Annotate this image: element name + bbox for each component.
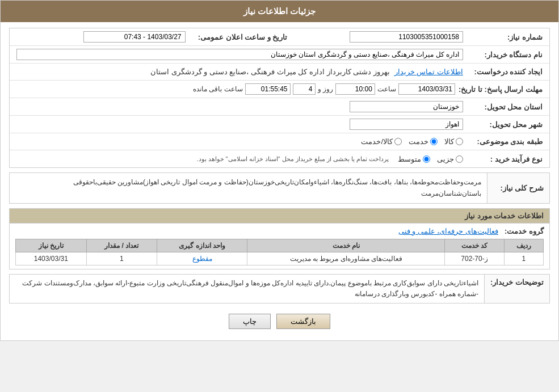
- need-description-section: شرح کلی نیاز: مرمت‌وحفاظت‌محوطه‌ها، بناه…: [9, 172, 550, 204]
- services-section: اطلاعات خدمات مورد نیاز گروه خدمت: فعالی…: [9, 208, 550, 269]
- announce-date-input[interactable]: [83, 31, 186, 43]
- cell-name: فعالیت‌های مشاوره‌ای مربوط به مدیریت: [247, 252, 445, 265]
- category-kala-khadamat: کالا/خدمت: [361, 137, 402, 146]
- need-number-label: شماره نیاز:: [466, 33, 546, 41]
- creator-label: ایجاد کننده درخواست:: [466, 68, 546, 76]
- category-kala-radio[interactable]: [456, 138, 463, 145]
- category-khadamat-label: خدمت: [409, 137, 428, 146]
- col-unit: واحد اندازه گیری: [157, 239, 247, 252]
- creator-value-cell: اطلاعات تماس خریدار بهروز دشتی کاربرداز …: [13, 66, 466, 77]
- response-date-input[interactable]: [398, 83, 455, 95]
- city-label: شهر محل تحویل:: [466, 120, 546, 129]
- category-kala-khadamat-label: کالا/خدمت: [361, 137, 393, 146]
- col-code: کد خدمت: [445, 239, 504, 252]
- process-options: جزیی متوسط پرداخت تمام یا بخشی از مبلغ خ…: [13, 154, 466, 165]
- process-jozyi: جزیی: [437, 155, 463, 163]
- city-row: شهر محل تحویل:: [10, 116, 549, 133]
- category-kala-label: کالا: [444, 137, 454, 146]
- buyer-desc-label: توضیحات خریدار:: [484, 275, 549, 303]
- table-row: 1 ز-70-702 فعالیت‌های مشاوره‌ای مربوط به…: [16, 252, 544, 265]
- process-note: پرداخت تمام یا بخشی از مبلغ خریداز محل "…: [196, 155, 389, 163]
- remaining-time-input[interactable]: [245, 83, 291, 95]
- process-jozyi-label: جزیی: [437, 155, 454, 163]
- response-deadline-row: مهلت ارسال پاسخ: تا تاریخ: ساعت روز و سا…: [10, 81, 549, 98]
- service-group-value[interactable]: فعالیت‌های حرفه‌ای، علمی و فنی: [398, 227, 498, 235]
- need-description-value: مرمت‌وحفاظت‌محوطه‌ها، بناها، بافت‌ها، سن…: [10, 173, 487, 203]
- deadline-datetime-group: ساعت روز و ساعت باقی مانده: [16, 83, 455, 95]
- buyer-org-label: نام دستگاه خریدار:: [466, 50, 546, 59]
- button-row: بازگشت چاپ: [9, 308, 550, 335]
- buyer-desc-section: توضیحات خریدار: اشیاءتاریخی دارای سوابق‌…: [9, 274, 550, 304]
- page-wrapper: جزئیات اطلاعات نیاز شماره نیاز: تاریخ و …: [0, 0, 559, 341]
- basic-info-section: شماره نیاز: تاریخ و ساعت اعلان عمومی: نا…: [9, 28, 550, 168]
- process-group: جزیی متوسط پرداخت تمام یا بخشی از مبلغ خ…: [16, 155, 463, 163]
- service-group-label: گروه خدمت:: [498, 227, 544, 235]
- page-header: جزئیات اطلاعات نیاز: [1, 1, 558, 22]
- need-number-row: شماره نیاز: تاریخ و ساعت اعلان عمومی:: [10, 28, 549, 46]
- category-khadamat: خدمت: [409, 137, 438, 146]
- table-header-row: ردیف کد خدمت نام خدمت واحد اندازه گیری ت…: [16, 239, 544, 252]
- announce-date-label: تاریخ و ساعت اعلان عمومی:: [189, 33, 291, 41]
- services-content: گروه خدمت: فعالیت‌های حرفه‌ای، علمی و فن…: [10, 224, 549, 269]
- page-content: شماره نیاز: تاریخ و ساعت اعلان عمومی: نا…: [1, 22, 558, 340]
- col-quantity: تعداد / مقدار: [86, 239, 157, 252]
- need-number-value: [291, 30, 467, 44]
- category-options: کالا خدمت کالا/خدمت: [13, 136, 466, 147]
- buyer-desc-value: اشیاءتاریخی دارای سوابق‌کاری مرتبط باموض…: [10, 275, 484, 303]
- process-row: نوع فرآیند خرید : جزیی متوسط: [10, 150, 549, 167]
- province-value: [13, 100, 466, 113]
- city-input[interactable]: [350, 119, 463, 130]
- need-number-input[interactable]: [350, 31, 463, 43]
- category-label: طبقه بندی موضوعی:: [466, 137, 546, 146]
- process-label: نوع فرآیند خرید :: [466, 155, 546, 163]
- response-deadline-value: ساعت روز و ساعت باقی مانده: [13, 82, 459, 96]
- buyer-org-row: نام دستگاه خریدار:: [10, 46, 549, 64]
- service-group-row: گروه خدمت: فعالیت‌های حرفه‌ای، علمی و فن…: [15, 227, 544, 235]
- category-row: طبقه بندی موضوعی: کالا خدمت: [10, 133, 549, 150]
- province-label: استان محل تحویل:: [466, 103, 546, 111]
- cell-quantity: 1: [86, 252, 157, 265]
- cell-row: 1: [504, 252, 543, 265]
- col-row: ردیف: [504, 239, 543, 252]
- page-title: جزئیات اطلاعات نیاز: [243, 6, 316, 16]
- cell-date: 1403/03/31: [16, 252, 87, 265]
- process-motovaset-label: متوسط: [398, 155, 421, 163]
- city-value: [13, 117, 466, 131]
- process-motovaset-radio[interactable]: [423, 155, 430, 163]
- time-label: ساعت: [377, 85, 396, 93]
- creator-row: ایجاد کننده درخواست: اطلاعات تماس خریدار…: [10, 64, 549, 81]
- province-row: استان محل تحویل:: [10, 98, 549, 116]
- services-header: اطلاعات خدمات مورد نیاز: [10, 209, 549, 224]
- announce-date-value: [13, 30, 189, 44]
- category-radio-group: کالا خدمت کالا/خدمت: [16, 137, 463, 146]
- response-deadline-label: مهلت ارسال پاسخ: تا تاریخ:: [459, 85, 546, 94]
- days-input[interactable]: [293, 83, 316, 95]
- buyer-org-value: [13, 48, 466, 61]
- creator-value: بهروز دشتی کاربرداز اداره کل میراث فرهنگ…: [150, 68, 390, 76]
- category-kala: کالا: [444, 137, 463, 146]
- buyer-org-input[interactable]: [16, 49, 463, 60]
- col-date: تاریخ نیاز: [16, 239, 87, 252]
- col-name: نام خدمت: [247, 239, 445, 252]
- process-radio-group: جزیی متوسط: [398, 155, 463, 163]
- cell-unit: مقطوع: [157, 252, 247, 265]
- cell-code: ز-70-702: [445, 252, 504, 265]
- process-jozyi-radio[interactable]: [456, 155, 463, 163]
- days-label: روز و: [318, 85, 333, 93]
- print-button[interactable]: چاپ: [229, 314, 271, 329]
- need-description-label: شرح کلی نیاز:: [487, 173, 549, 203]
- process-motovaset: متوسط: [398, 155, 430, 163]
- category-kala-khadamat-radio[interactable]: [394, 138, 402, 145]
- remaining-label: ساعت باقی مانده: [193, 85, 243, 93]
- response-time-input[interactable]: [335, 83, 375, 95]
- province-input[interactable]: [350, 101, 463, 112]
- back-button[interactable]: بازگشت: [276, 314, 330, 329]
- creator-contact-link[interactable]: اطلاعات تماس خریدار: [394, 68, 463, 76]
- services-table: ردیف کد خدمت نام خدمت واحد اندازه گیری ت…: [15, 239, 544, 265]
- category-khadamat-radio[interactable]: [430, 138, 438, 145]
